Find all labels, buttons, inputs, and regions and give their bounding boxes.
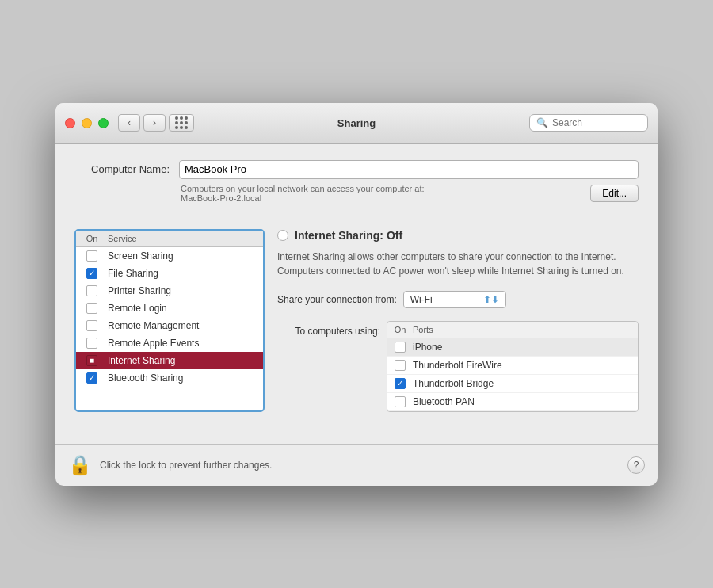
remote-login-checkbox[interactable]: [86, 303, 97, 314]
file-sharing-label: File Sharing: [108, 268, 263, 279]
right-panel: Internet Sharing: Off Internet Sharing a…: [277, 229, 639, 412]
traffic-lights: [65, 118, 109, 128]
service-item-bluetooth-sharing[interactable]: ✓ Bluetooth Sharing: [76, 369, 263, 387]
computer-name-input[interactable]: [179, 160, 639, 179]
service-item-screen-sharing[interactable]: Screen Sharing: [76, 247, 263, 265]
ports-table-header: On Ports: [387, 322, 638, 338]
port-item-thunderbolt-bridge[interactable]: ✓ Thunderbolt Bridge: [387, 375, 638, 393]
internet-sharing-label: Internet Sharing: [108, 355, 263, 366]
divider: [74, 216, 639, 216]
file-sharing-checkbox[interactable]: ✓: [86, 268, 97, 279]
remote-management-checkbox[interactable]: [86, 320, 97, 331]
service-item-file-sharing[interactable]: ✓ File Sharing: [76, 265, 263, 282]
search-icon: 🔍: [536, 117, 548, 128]
to-computers-row: To computers using: On Ports iPhone: [277, 321, 639, 412]
to-computers-label: To computers using:: [277, 321, 380, 337]
bluetooth-pan-label: Bluetooth PAN: [413, 396, 638, 407]
port-item-iphone[interactable]: iPhone: [387, 338, 638, 357]
ports-header-on: On: [387, 325, 413, 334]
internet-sharing-check-cell: ■: [76, 355, 108, 366]
service-item-remote-management[interactable]: Remote Management: [76, 317, 263, 334]
grid-button[interactable]: [169, 114, 194, 132]
bluetooth-sharing-checkbox[interactable]: ✓: [86, 372, 97, 384]
printer-sharing-checkbox[interactable]: [86, 285, 97, 296]
thunderbolt-bridge-check-cell: ✓: [387, 378, 413, 389]
bluetooth-pan-check-cell: [387, 396, 413, 407]
header-service: Service: [108, 234, 263, 243]
screen-sharing-label: Screen Sharing: [108, 250, 263, 262]
select-arrows-icon: ⬆⬇: [483, 294, 499, 305]
service-item-internet-sharing[interactable]: ■ Internet Sharing: [76, 352, 263, 369]
sub-text-line1: Computers on your local network can acce…: [181, 184, 425, 193]
forward-button[interactable]: ›: [143, 114, 166, 132]
help-button[interactable]: ?: [627, 456, 645, 474]
remote-login-label: Remote Login: [108, 303, 263, 314]
ports-header-ports: Ports: [413, 325, 638, 334]
service-item-remote-apple-events[interactable]: Remote Apple Events: [76, 334, 263, 352]
search-input[interactable]: [552, 117, 641, 128]
back-button[interactable]: ‹: [118, 114, 140, 132]
iphone-checkbox[interactable]: [395, 342, 406, 353]
bluetooth-sharing-label: Bluetooth Sharing: [108, 372, 263, 384]
main-window: ‹ › Sharing 🔍 Computer Name: Computers o…: [55, 103, 658, 486]
computer-name-label: Computer Name:: [74, 163, 170, 175]
thunderbolt-bridge-label: Thunderbolt Bridge: [413, 378, 638, 389]
remote-apple-events-label: Remote Apple Events: [108, 338, 263, 349]
nav-buttons: ‹ ›: [118, 114, 166, 132]
ports-table: On Ports iPhone: [387, 321, 639, 412]
header-on: On: [76, 234, 108, 243]
iphone-check-cell: [387, 342, 413, 353]
content-area: Computer Name: Computers on your local n…: [55, 144, 658, 428]
bottom-bar: 🔒 Click the lock to prevent further chan…: [55, 444, 658, 486]
remote-apple-events-checkbox[interactable]: [86, 338, 97, 349]
search-bar[interactable]: 🔍: [529, 114, 648, 132]
wifi-select-text: Wi-Fi: [410, 294, 479, 305]
service-item-remote-login[interactable]: Remote Login: [76, 300, 263, 317]
screen-sharing-check-cell: [76, 250, 108, 262]
remote-management-label: Remote Management: [108, 320, 263, 331]
thunderbolt-firewire-checkbox[interactable]: [395, 360, 406, 371]
sub-text-line2: MacBook-Pro-2.local: [181, 193, 261, 203]
share-from-row: Share your connection from: Wi-Fi ⬆⬇: [277, 291, 639, 308]
computer-name-row: Computer Name:: [74, 160, 639, 179]
close-button[interactable]: [65, 118, 75, 128]
internet-sharing-title: Internet Sharing: Off: [295, 229, 402, 242]
main-area: On Service Screen Sharing ✓ File Sharing: [74, 229, 639, 412]
remote-apple-events-check-cell: [76, 338, 108, 349]
edit-button[interactable]: Edit...: [590, 185, 639, 202]
computer-name-sub-text: Computers on your local network can acce…: [181, 184, 581, 203]
window-title: Sharing: [337, 117, 376, 129]
internet-sharing-header: Internet Sharing: Off: [277, 229, 639, 242]
minimize-button[interactable]: [82, 118, 92, 128]
internet-sharing-desc: Internet Sharing allows other computers …: [277, 250, 639, 278]
service-list: On Service Screen Sharing ✓ File Sharing: [74, 229, 265, 412]
lock-icon[interactable]: 🔒: [68, 454, 92, 476]
port-item-thunderbolt-firewire[interactable]: Thunderbolt FireWire: [387, 357, 638, 375]
remote-login-check-cell: [76, 303, 108, 314]
wifi-select[interactable]: Wi-Fi ⬆⬇: [403, 291, 506, 308]
internet-sharing-checkbox[interactable]: ■: [86, 355, 97, 366]
share-from-label: Share your connection from:: [277, 294, 397, 305]
internet-sharing-radio[interactable]: [277, 230, 288, 241]
titlebar: ‹ › Sharing 🔍: [55, 103, 658, 144]
file-sharing-check-cell: ✓: [76, 268, 108, 279]
lock-text: Click the lock to prevent further change…: [100, 460, 620, 471]
thunderbolt-firewire-check-cell: [387, 360, 413, 371]
maximize-button[interactable]: [98, 118, 109, 128]
computer-name-sub: Computers on your local network can acce…: [181, 184, 639, 203]
service-list-header: On Service: [76, 231, 263, 247]
port-item-bluetooth-pan[interactable]: Bluetooth PAN: [387, 393, 638, 411]
remote-management-check-cell: [76, 320, 108, 331]
bluetooth-sharing-check-cell: ✓: [76, 372, 108, 384]
bluetooth-pan-checkbox[interactable]: [395, 396, 406, 407]
screen-sharing-checkbox[interactable]: [86, 250, 97, 262]
thunderbolt-firewire-label: Thunderbolt FireWire: [413, 360, 638, 371]
iphone-label: iPhone: [413, 342, 638, 353]
printer-sharing-check-cell: [76, 285, 108, 296]
service-item-printer-sharing[interactable]: Printer Sharing: [76, 282, 263, 300]
thunderbolt-bridge-checkbox[interactable]: ✓: [395, 378, 406, 389]
printer-sharing-label: Printer Sharing: [108, 285, 263, 296]
